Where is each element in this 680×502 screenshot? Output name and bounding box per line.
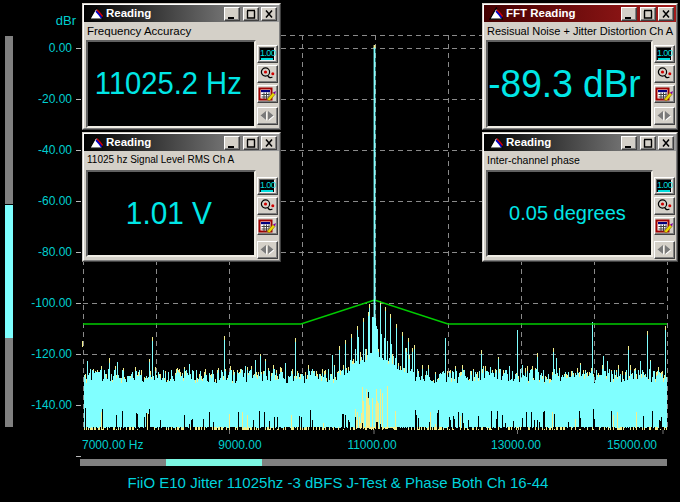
svg-text:-20.00: -20.00 (38, 92, 72, 106)
svg-text:0.00: 0.00 (49, 41, 73, 55)
svg-text:7000.00 Hz: 7000.00 Hz (82, 438, 143, 452)
svg-text:13000.00: 13000.00 (491, 438, 541, 452)
svg-text:-100.00: -100.00 (31, 296, 72, 310)
svg-text:-80.00: -80.00 (38, 245, 72, 259)
svg-text:-140.00: -140.00 (31, 398, 72, 412)
svg-text:-60.00: -60.00 (38, 194, 72, 208)
svg-text:11000.00: 11000.00 (347, 438, 396, 452)
svg-text:dBr: dBr (56, 13, 77, 28)
svg-text:FiiO E10 Jitter 11025hz -3 dBF: FiiO E10 Jitter 11025hz -3 dBFS J-Test &… (128, 474, 549, 491)
svg-text:-120.00: -120.00 (31, 347, 72, 361)
svg-text:-40.00: -40.00 (38, 143, 72, 157)
svg-text:9000.00: 9000.00 (218, 438, 262, 452)
svg-text:15000.00: 15000.00 (607, 438, 657, 452)
